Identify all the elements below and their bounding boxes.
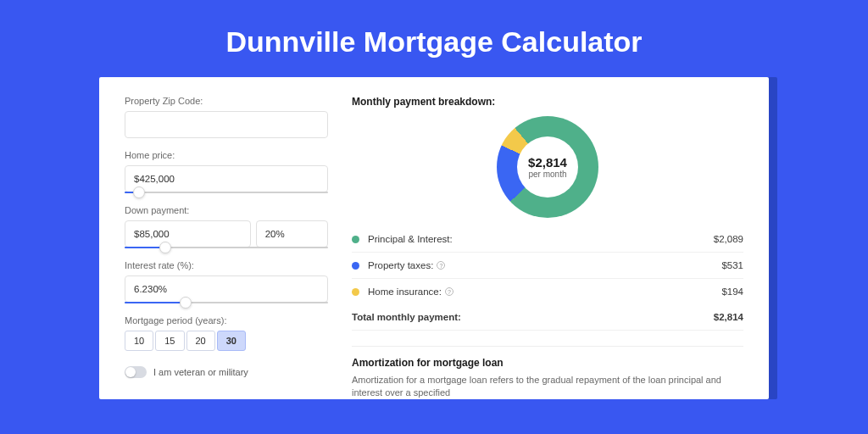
total-label: Total monthly payment: xyxy=(352,312,714,322)
slider-thumb[interactable] xyxy=(133,186,145,198)
legend-row: Home insurance:?$194 xyxy=(352,279,743,304)
interest-rate-input[interactable] xyxy=(125,275,328,303)
interest-rate-field: Interest rate (%): xyxy=(125,260,328,303)
breakdown-heading: Monthly payment breakdown: xyxy=(352,96,743,108)
home-price-label: Home price: xyxy=(125,150,328,160)
legend-dot xyxy=(352,288,359,296)
down-payment-amount-input[interactable] xyxy=(125,220,251,248)
home-price-input[interactable] xyxy=(125,165,328,192)
down-payment-field: Down payment: xyxy=(125,205,328,248)
breakdown-panel: Monthly payment breakdown: $2,814 per mo… xyxy=(352,96,743,381)
total-amount: $2,814 xyxy=(714,312,743,322)
interest-rate-label: Interest rate (%): xyxy=(125,260,328,270)
legend-amount: $531 xyxy=(721,260,743,270)
home-price-slider[interactable] xyxy=(125,192,328,193)
home-price-field: Home price: xyxy=(125,150,328,193)
period-option-15[interactable]: 15 xyxy=(155,331,184,351)
legend: Principal & Interest:$2,089Property taxe… xyxy=(352,226,743,304)
zip-input[interactable] xyxy=(125,111,328,138)
info-icon[interactable]: ? xyxy=(437,261,445,270)
legend-row: Principal & Interest:$2,089 xyxy=(352,226,743,253)
legend-label: Home insurance:? xyxy=(368,287,721,297)
interest-rate-slider[interactable] xyxy=(125,302,328,303)
donut-per-month: per month xyxy=(528,170,566,179)
donut-chart: $2,814 per month xyxy=(497,116,598,218)
legend-row: Property taxes:?$531 xyxy=(352,253,743,279)
mortgage-period-segmented: 10152030 xyxy=(125,331,328,351)
amortization-text: Amortization for a mortgage loan refers … xyxy=(352,374,743,399)
legend-label: Principal & Interest: xyxy=(368,234,714,244)
down-payment-percent-input[interactable] xyxy=(256,220,328,248)
donut-total-value: $2,814 xyxy=(528,155,567,170)
period-option-10[interactable]: 10 xyxy=(125,331,153,351)
slider-thumb[interactable] xyxy=(159,242,171,253)
legend-amount: $194 xyxy=(721,287,743,297)
legend-dot xyxy=(352,236,359,243)
legend-dot xyxy=(352,262,359,270)
zip-field: Property Zip Code: xyxy=(125,96,328,138)
total-row: Total monthly payment: $2,814 xyxy=(352,304,743,331)
down-payment-slider[interactable] xyxy=(125,247,328,248)
veteran-toggle[interactable] xyxy=(125,366,147,378)
toggle-knob xyxy=(125,367,136,377)
form-panel: Property Zip Code: Home price: Down paym… xyxy=(125,96,328,381)
legend-label: Property taxes:? xyxy=(368,260,721,270)
mortgage-period-label: Mortgage period (years): xyxy=(125,315,328,326)
donut-chart-wrap: $2,814 per month xyxy=(352,113,743,226)
donut-center: $2,814 per month xyxy=(517,136,578,198)
calculator-card: Property Zip Code: Home price: Down paym… xyxy=(99,77,769,399)
mortgage-period-field: Mortgage period (years): 10152030 xyxy=(125,315,328,351)
slider-thumb[interactable] xyxy=(180,297,192,309)
amortization-section: Amortization for mortgage loan Amortizat… xyxy=(352,346,743,399)
veteran-toggle-label: I am veteran or military xyxy=(153,367,248,377)
zip-label: Property Zip Code: xyxy=(125,96,328,106)
down-payment-label: Down payment: xyxy=(125,205,328,215)
page-title: Dunnville Mortgage Calculator xyxy=(0,0,868,77)
info-icon[interactable]: ? xyxy=(445,287,453,296)
period-option-20[interactable]: 20 xyxy=(186,331,215,351)
legend-amount: $2,089 xyxy=(714,234,743,244)
period-option-30[interactable]: 30 xyxy=(217,331,246,351)
amortization-heading: Amortization for mortgage loan xyxy=(352,357,743,369)
veteran-toggle-row: I am veteran or military xyxy=(125,366,328,378)
